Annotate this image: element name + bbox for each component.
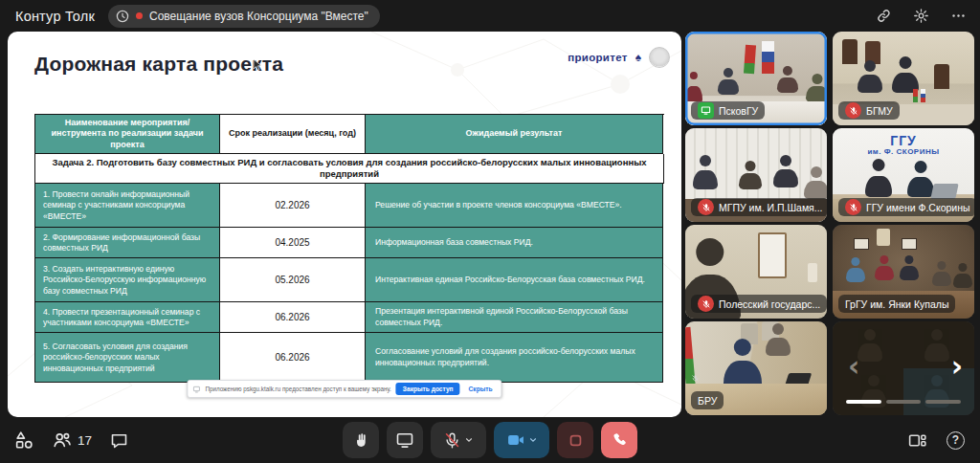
participants-count: 17	[78, 433, 92, 448]
mic-muted-icon	[845, 199, 861, 215]
video-tile-ggu[interactable]: ГГУ им. Ф. СКОРИНЫ ГГУ имени Ф.Скорины	[833, 128, 974, 222]
person-silhouette	[953, 263, 972, 288]
video-tile-bru[interactable]: БРУ	[685, 321, 827, 415]
participant-label: ГГУ имени Ф.Скорины	[838, 198, 974, 216]
person-silhouette	[806, 74, 827, 102]
apps-shapes-icon[interactable]	[13, 430, 34, 451]
video-tile-polessky[interactable]: Полесский государс...	[685, 225, 827, 319]
wall-calendar	[758, 232, 787, 278]
person-silhouette	[766, 323, 791, 356]
participants-grid: ПсковГУ БГМУ МГПУ им. И.П.Шамя...	[685, 32, 974, 415]
activity-cell: 1. Провести онлайн информационный семина…	[35, 184, 220, 228]
toolbar-left: 17	[13, 430, 129, 451]
russia-flag	[762, 41, 774, 74]
layout-view-icon[interactable]	[907, 430, 927, 451]
russia-flag	[921, 89, 925, 102]
result-cell: Согласование условий для создания россий…	[366, 333, 663, 383]
call-controls	[343, 422, 637, 458]
person-silhouette	[693, 155, 718, 189]
hang-up-button[interactable]	[601, 422, 637, 458]
table-row: 1. Провести онлайн информационный семина…	[35, 184, 664, 228]
participant-label: ПсковГУ	[691, 101, 765, 120]
table-row: 5. Согласовать условия для создания росс…	[35, 333, 664, 383]
next-page-chevron-icon[interactable]: ›	[951, 352, 963, 381]
chevron-down-icon[interactable]	[528, 435, 538, 445]
participant-label: БГМУ	[838, 101, 900, 120]
recording-indicator-dot	[136, 12, 143, 19]
meeting-title: Совещание вузов Консорциума "Вместе"	[149, 10, 368, 23]
column-header: Наименование мероприятия/инструмента по …	[35, 115, 220, 154]
university-emblem	[649, 47, 670, 68]
activity-cell: 5. Согласовать условия для создания росс…	[35, 333, 220, 383]
person-silhouette	[907, 161, 934, 197]
bottom-toolbar: 17	[0, 417, 980, 463]
raise-hand-button[interactable]	[343, 422, 379, 458]
person-silhouette	[718, 68, 739, 95]
person-silhouette	[739, 161, 762, 189]
person-silhouette	[804, 166, 827, 199]
chair	[934, 64, 949, 89]
wall-lamp	[808, 263, 817, 282]
video-tile-bgmu[interactable]: БГМУ	[833, 32, 974, 125]
participants-button[interactable]: 17	[52, 430, 92, 451]
priority-logo-text: приоритет	[568, 52, 627, 63]
screen-sharing-icon	[698, 102, 714, 119]
help-icon[interactable]: ?	[947, 431, 965, 450]
person-silhouette	[875, 255, 894, 280]
top-bar: Контур Толк Совещание вузов Консорциума …	[0, 0, 980, 32]
participant-label: БРУ	[691, 391, 724, 409]
chair	[842, 39, 858, 64]
copy-link-icon[interactable]	[876, 8, 892, 24]
microphone-button[interactable]	[431, 422, 486, 458]
more-options-icon[interactable]	[950, 8, 967, 24]
mouse-cursor	[253, 58, 262, 72]
person-silhouette	[932, 261, 951, 286]
picture-frame	[902, 238, 917, 250]
activity-cell: 2. Формирование информационной базы совм…	[35, 228, 220, 258]
share-notice-text: Приложению pskgu.ktalk.ru предоставлен д…	[205, 386, 390, 392]
person-silhouette	[846, 257, 865, 282]
person-silhouette	[773, 155, 798, 187]
column-header: Ожидаемый результат	[366, 115, 663, 154]
tiles-carousel-overlay: ‹ ›	[833, 321, 974, 415]
belarus-flag	[744, 45, 756, 75]
hide-notice-button[interactable]: Скрыть	[465, 384, 497, 394]
monitor-icon	[192, 386, 200, 393]
chat-icon[interactable]	[109, 430, 129, 451]
result-cell: Презентация интерактивной единой Российс…	[366, 302, 663, 333]
participant-label: ГрГУ им. Янки Купалы	[838, 295, 955, 313]
meeting-title-pill[interactable]: Совещание вузов Консорциума "Вместе"	[108, 5, 380, 28]
person-silhouette	[724, 339, 762, 388]
settings-gear-icon[interactable]	[913, 8, 929, 24]
person-silhouette	[858, 60, 882, 93]
roadmap-table: Наименование мероприятия/инструмента по …	[34, 114, 664, 383]
video-tile-mgpu[interactable]: МГПУ им. И.П.Шамя...	[685, 128, 827, 222]
person-silhouette	[777, 66, 798, 93]
person-silhouette	[924, 329, 949, 362]
participant-label: Полесский государс...	[691, 295, 827, 313]
mic-muted-icon	[691, 369, 700, 386]
share-screen-button[interactable]	[387, 422, 423, 458]
chevron-down-icon[interactable]	[464, 435, 474, 445]
stop-sharing-button[interactable]: Закрыть доступ	[396, 383, 460, 395]
page-indicator	[846, 400, 961, 404]
belarus-flag	[913, 89, 918, 102]
task-section-header: Задача 2. Подготовить базу совместных РИ…	[35, 154, 664, 185]
video-tile-pskovgu[interactable]: ПсковГУ	[685, 32, 827, 125]
previous-page-chevron-icon[interactable]: ‹	[848, 352, 859, 381]
mic-muted-icon	[845, 102, 861, 119]
person-silhouette	[858, 329, 882, 362]
activity-cell: 3. Создать интерактивную единую Российск…	[35, 258, 220, 302]
video-tile-grgu[interactable]: ГрГУ им. Янки Купалы	[833, 225, 974, 319]
date-cell: 05.2026	[220, 258, 366, 302]
camera-button[interactable]	[494, 422, 549, 458]
wall-emblem	[877, 229, 890, 246]
mic-muted-icon	[698, 296, 714, 312]
people-icon	[52, 430, 73, 451]
person-silhouette	[900, 255, 919, 280]
wall-sign: ГГУ им. Ф. СКОРИНЫ	[833, 134, 974, 157]
person-silhouette	[685, 72, 702, 104]
date-cell: 02.2026	[220, 184, 366, 228]
recording-button[interactable]	[557, 422, 593, 458]
table-row: 2. Формирование информационной базы совм…	[35, 228, 664, 258]
